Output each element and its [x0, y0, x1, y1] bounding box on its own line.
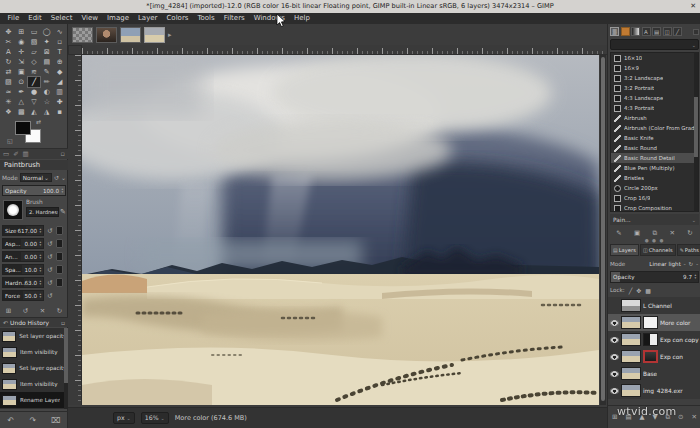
mode-menu-icon[interactable]: ⌄ [61, 174, 66, 181]
brush-list-item[interactable]: Blue Pen (Multiply) [611, 163, 698, 173]
menu-item[interactable]: File [3, 13, 24, 24]
menu-item[interactable]: Select [46, 13, 77, 24]
param-slider[interactable]: Hardn... 63.0 ▴▾ [2, 277, 44, 288]
brush-list-item[interactable]: Airbrush [611, 113, 698, 123]
layer-row[interactable]: L Channel [608, 297, 700, 314]
tool-icon[interactable]: ✒ [15, 87, 28, 97]
brush-list-item[interactable]: Basic Round Detail [611, 153, 698, 163]
paint-dynamics-tab-icon[interactable]: ╱ [673, 27, 682, 36]
layer-mask-thumbnail[interactable] [643, 350, 658, 363]
tool-icon[interactable]: ↻ [2, 57, 15, 67]
menu-item[interactable]: Colors [162, 13, 193, 24]
swap-colors-icon[interactable]: ⇄ [36, 118, 41, 125]
brush-list-item[interactable]: Crop Composition [611, 203, 698, 212]
param-slider[interactable]: Force 50.0 ▴▾ [2, 290, 44, 301]
tool-icon[interactable]: ▩ [15, 107, 28, 117]
tool-icon[interactable]: ✂ [2, 37, 15, 47]
tool-icon[interactable]: ✥ [2, 27, 15, 37]
layer-row[interactable]: Exp con [608, 348, 700, 365]
param-reset-icon[interactable]: ↺ [46, 292, 54, 300]
brush-list-item[interactable]: Basic Round [611, 143, 698, 153]
param-slider[interactable]: Size 617.00 ▴▾ [2, 225, 44, 236]
tool-icon[interactable]: ✛ [15, 47, 28, 57]
param-slider[interactable]: Asp... 0.00 ▴▾ [2, 238, 44, 249]
palettes-tab-icon[interactable]: ◫ [663, 27, 672, 36]
device-status-tab-icon[interactable]: ✐ [13, 150, 18, 158]
dock-resize-handle[interactable]: ● ● ● [608, 238, 700, 243]
dock-tab[interactable]: ◫ Channels [640, 244, 676, 256]
duplicate-brush-icon[interactable]: ⧉ [653, 229, 658, 237]
tool-icon[interactable]: ❖ [2, 107, 15, 117]
tool-icon[interactable]: ▪ [53, 107, 66, 117]
tablet-link-icon[interactable] [56, 252, 63, 261]
canvas-image[interactable] [82, 55, 599, 405]
vertical-ruler[interactable] [68, 55, 82, 405]
tool-icon[interactable]: ✏ [40, 77, 53, 87]
spinner-icons[interactable]: ▴▾ [38, 241, 43, 247]
document-history-tab-icon[interactable]: ▤ [652, 27, 661, 36]
reset-colors-icon[interactable]: ◱ [7, 137, 13, 144]
menu-item[interactable]: Edit [24, 13, 47, 24]
close-icon[interactable]: ✕ [690, 0, 696, 13]
mode-menu-icon[interactable]: ⌄ [695, 261, 699, 266]
menu-item[interactable]: Layer [133, 13, 162, 24]
tool-icon[interactable]: ▧ [28, 37, 41, 47]
tool-icon[interactable]: ▫ [53, 37, 66, 47]
brush-preview[interactable] [3, 200, 23, 220]
tool-icon[interactable]: ▨ [2, 77, 15, 87]
image-tab-1[interactable] [72, 27, 93, 43]
configure-tab-icon[interactable]: ▫ [61, 150, 65, 158]
layer-mask-thumbnail[interactable] [643, 316, 658, 329]
delete-brush-icon[interactable]: ✕ [670, 229, 675, 237]
layer-row[interactable]: Base [608, 365, 700, 382]
lock-pixels-icon[interactable]: ╱ [629, 287, 633, 294]
lock-alpha-icon[interactable]: ▩ [645, 287, 651, 294]
tool-icon[interactable]: T [53, 47, 66, 57]
spinner-icons[interactable]: ▴▾ [693, 274, 698, 280]
tool-icon[interactable]: ◆ [53, 67, 66, 77]
menu-item[interactable]: Help [289, 13, 314, 24]
tool-icon[interactable]: ⊙ [15, 77, 28, 87]
brush-tag-filter[interactable]: Pain... ⌄ [610, 214, 699, 225]
tool-icon[interactable]: ◮ [40, 107, 53, 117]
title-bar[interactable]: *[img_4284] (imported)-12.0 (RGB color 1… [0, 0, 700, 13]
dock-tab[interactable]: ▤ Layers [610, 244, 639, 256]
tool-icon[interactable]: ▽ [28, 97, 41, 107]
spinner-icons[interactable]: ▴▾ [38, 293, 43, 299]
switch-mode-group-icon[interactable]: ↻ [689, 261, 694, 267]
brush-list-item[interactable]: Circle 200px [611, 183, 698, 193]
tool-icon[interactable]: ▭ [28, 27, 41, 37]
tool-icon[interactable]: ✎ [40, 67, 53, 77]
undo-entry[interactable]: Set layer opacity [0, 360, 64, 376]
spinner-icons[interactable]: ▴▾ [60, 188, 65, 194]
tool-icon[interactable]: ≈ [2, 87, 15, 97]
layer-row[interactable]: Exp con copy [608, 331, 700, 348]
configure-dock-icon[interactable] [693, 29, 699, 35]
canvas-vertical-scrollbar[interactable] [600, 55, 606, 405]
visibility-eye-icon[interactable] [610, 371, 619, 377]
lock-position-icon[interactable]: ✥ [636, 287, 641, 294]
tool-icon[interactable]: ▤ [40, 57, 53, 67]
undo-entry[interactable]: Item visibility [0, 344, 64, 360]
tool-icon[interactable]: ☆ [40, 97, 53, 107]
brush-list-scrollbar[interactable] [694, 52, 698, 212]
layer-mask-thumbnail[interactable] [643, 333, 658, 346]
param-slider[interactable]: Spa... 10.0 ▴▾ [2, 264, 44, 275]
foreground-color-swatch[interactable] [15, 121, 31, 135]
menu-item[interactable]: Filters [219, 13, 249, 24]
tool-options-tab-icon[interactable]: ▭ [3, 150, 9, 158]
undo-step-icon[interactable]: ↶ [8, 416, 15, 425]
fonts-tab-icon[interactable]: A [642, 27, 651, 36]
tool-icon[interactable]: ✳ [2, 97, 15, 107]
unit-select[interactable]: px ⌄ [113, 412, 135, 424]
ruler-corner[interactable] [68, 45, 82, 55]
delete-preset-icon[interactable]: ✕ [40, 307, 45, 315]
tool-icon[interactable]: ▥ [53, 87, 66, 97]
brush-list-item[interactable]: 3:2 Portrait [611, 83, 698, 93]
layer-mode-select[interactable]: Linear light [649, 261, 681, 267]
reset-tool-icon[interactable]: ↻ [57, 307, 62, 315]
mode-reset-icon[interactable]: ↺ [54, 174, 59, 181]
tool-icon[interactable]: ╱ [28, 77, 41, 87]
brush-list-item[interactable]: Airbrush (Color From Gradient) [611, 123, 698, 133]
menu-item[interactable]: Tools [193, 13, 219, 24]
